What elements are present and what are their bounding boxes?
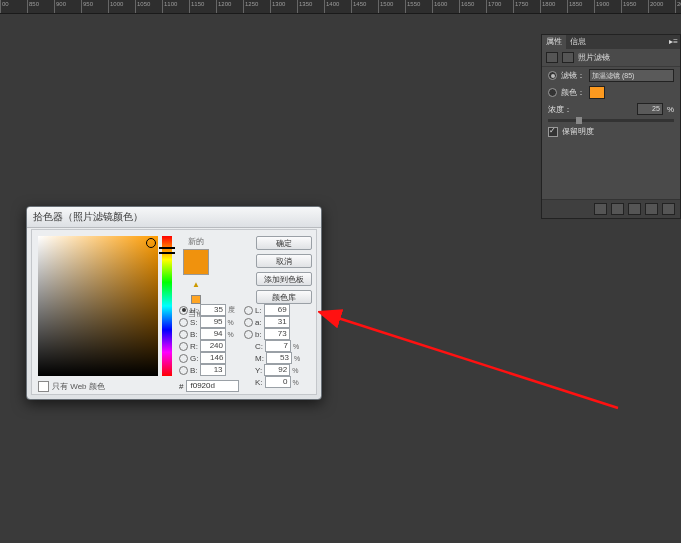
gamut-warning-icon[interactable]	[192, 279, 200, 287]
a-input[interactable]: 31	[264, 316, 290, 328]
ruler-tick: 1900	[594, 0, 621, 13]
h-unit: 度	[228, 305, 238, 315]
h-label: H:	[190, 306, 198, 315]
dialog-body: 新的 当前 确定 取消 添加到色板 颜色库 H:35度 S:95% B:94% …	[31, 229, 317, 395]
panel-menu-icon[interactable]: ▸≡	[667, 35, 680, 49]
color-cursor[interactable]	[146, 238, 156, 248]
b-radio[interactable]	[179, 330, 188, 339]
ruler-tick: 1050	[135, 0, 162, 13]
g-radio[interactable]	[179, 354, 188, 363]
c-label: C:	[255, 342, 263, 351]
y-input[interactable]: 92	[264, 364, 290, 376]
view-prev-icon[interactable]	[611, 203, 624, 215]
ruler-tick: 1600	[432, 0, 459, 13]
ruler-tick: 2050	[675, 0, 681, 13]
color-label: 颜色：	[561, 87, 585, 98]
tab-properties[interactable]: 属性	[542, 35, 566, 49]
y-label: Y:	[255, 366, 262, 375]
color-swatch[interactable]	[589, 86, 605, 99]
lab-b-label: b:	[255, 330, 262, 339]
panel-bottom-bar	[542, 199, 680, 218]
ruler-tick: 850	[27, 0, 54, 13]
ruler-tick: 00	[0, 0, 27, 13]
color-field[interactable]	[38, 236, 158, 376]
m-unit: %	[294, 355, 304, 362]
add-swatch-button[interactable]: 添加到色板	[256, 272, 312, 286]
gamut-chip[interactable]	[191, 295, 201, 304]
slider-knob[interactable]	[576, 117, 582, 124]
dialog-title[interactable]: 拾色器（照片滤镜颜色）	[27, 207, 321, 228]
filter-row: 滤镜： 加温滤镜 (85)	[542, 67, 680, 84]
web-only-label: 只有 Web 颜色	[52, 381, 105, 392]
hue-slider[interactable]	[162, 236, 172, 376]
svg-line-1	[338, 318, 618, 408]
new-label: 新的	[179, 236, 213, 247]
b2-radio[interactable]	[179, 366, 188, 375]
adjustment-icon	[546, 52, 558, 63]
s-input[interactable]: 95	[200, 316, 226, 328]
cancel-button[interactable]: 取消	[256, 254, 312, 268]
k-input[interactable]: 0	[265, 376, 291, 388]
top-ruler: 0085090095010001050110011501200125013001…	[0, 0, 681, 14]
color-radio[interactable]	[548, 88, 557, 97]
g-input[interactable]: 146	[200, 352, 226, 364]
lab-b-input[interactable]: 73	[264, 328, 290, 340]
c-unit: %	[293, 343, 303, 350]
ok-button[interactable]: 确定	[256, 236, 312, 250]
panel-header-label: 照片滤镜	[578, 52, 610, 63]
lab-b-radio[interactable]	[244, 330, 253, 339]
tab-info[interactable]: 信息	[566, 35, 590, 49]
y-unit: %	[292, 367, 302, 374]
density-input[interactable]: 25	[637, 103, 663, 115]
filter-radio[interactable]	[548, 71, 557, 80]
k-unit: %	[293, 379, 303, 386]
h-radio[interactable]	[179, 306, 188, 315]
ruler-tick: 900	[54, 0, 81, 13]
ruler-tick: 1500	[378, 0, 405, 13]
color-library-button[interactable]: 颜色库	[256, 290, 312, 304]
density-label: 浓度：	[548, 104, 633, 115]
hex-input[interactable]: f0920d	[186, 380, 239, 392]
ruler-tick: 1350	[297, 0, 324, 13]
ruler-tick: 1450	[351, 0, 378, 13]
panel-header: 照片滤镜	[542, 49, 680, 67]
c-input[interactable]: 7	[265, 340, 291, 352]
ruler-tick: 1300	[270, 0, 297, 13]
s-radio[interactable]	[179, 318, 188, 327]
l-label: L:	[255, 306, 262, 315]
b2-input[interactable]: 13	[200, 364, 226, 376]
ruler-tick: 1800	[540, 0, 567, 13]
b-input[interactable]: 94	[200, 328, 226, 340]
filter-select[interactable]: 加温滤镜 (85)	[589, 69, 674, 82]
r-radio[interactable]	[179, 342, 188, 351]
l-input[interactable]: 69	[264, 304, 290, 316]
color-values: H:35度 S:95% B:94% R:240 G:146 B:13 L:69 …	[179, 304, 312, 376]
ruler-tick: 2000	[648, 0, 675, 13]
h-input[interactable]: 35	[200, 304, 226, 316]
visibility-icon[interactable]	[645, 203, 658, 215]
clip-icon[interactable]	[594, 203, 607, 215]
new-color-swatch[interactable]	[183, 249, 209, 275]
preserve-checkbox[interactable]	[548, 127, 558, 137]
g-label: G:	[190, 354, 198, 363]
filter-label: 滤镜：	[561, 70, 585, 81]
ruler-tick: 1400	[324, 0, 351, 13]
preserve-label: 保留明度	[562, 126, 594, 137]
m-input[interactable]: 53	[266, 352, 292, 364]
b-unit: %	[228, 331, 238, 338]
k-label: K:	[255, 378, 263, 387]
preserve-row: 保留明度	[542, 124, 680, 139]
ruler-tick: 1550	[405, 0, 432, 13]
reset-icon[interactable]	[628, 203, 641, 215]
density-slider[interactable]	[548, 119, 674, 122]
l-radio[interactable]	[244, 306, 253, 315]
hue-marker[interactable]	[159, 247, 175, 254]
web-only-checkbox[interactable]	[38, 381, 49, 392]
properties-panel: 属性 信息 ▸≡ 照片滤镜 滤镜： 加温滤镜 (85) 颜色： 浓度： 25 %…	[541, 34, 681, 219]
a-radio[interactable]	[244, 318, 253, 327]
r-input[interactable]: 240	[200, 340, 226, 352]
color-picker-dialog: 拾色器（照片滤镜颜色） 新的 当前 确定 取消 添加到色板 颜色库 H:35度 …	[26, 206, 322, 400]
trash-icon[interactable]	[662, 203, 675, 215]
density-unit: %	[667, 105, 674, 114]
r-label: R:	[190, 342, 198, 351]
